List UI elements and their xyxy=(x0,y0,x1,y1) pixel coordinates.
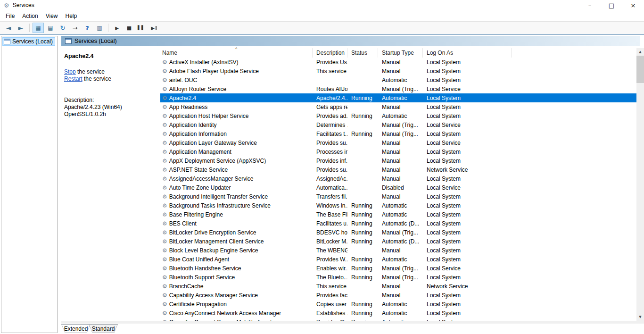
service-row[interactable]: ⚙Background Intelligent Transfer Service… xyxy=(160,192,636,201)
service-description-cell: This service ... xyxy=(313,282,347,291)
stop-service-link[interactable]: Stop xyxy=(64,68,76,75)
service-name-cell: ⚙Application Host Helper Service xyxy=(160,111,313,120)
service-description-cell: Provides W... xyxy=(313,255,347,264)
forward-icon[interactable]: ► xyxy=(15,23,26,33)
service-description-cell: Determines ... xyxy=(313,120,347,129)
column-header-description[interactable]: Description xyxy=(313,48,347,58)
service-gear-icon: ⚙ xyxy=(162,185,167,191)
menu-action[interactable]: Action xyxy=(18,11,41,21)
stop-service-icon[interactable]: ■ xyxy=(124,23,135,33)
stop-service-suffix: the service xyxy=(76,68,105,75)
service-row[interactable]: ⚙Block Level Backup Engine ServiceThe WB… xyxy=(160,246,636,255)
service-name: Background Intelligent Transfer Service xyxy=(169,193,268,200)
service-row[interactable]: ⚙Certificate PropagationCopies user ...R… xyxy=(160,300,636,309)
sort-ascending-indicator-icon: ^ xyxy=(235,47,237,51)
service-logon-cell: Local System xyxy=(423,273,512,282)
service-description-cell: BitLocker M... xyxy=(313,237,347,246)
service-row[interactable]: ⚙App ReadinessGets apps re...ManualLocal… xyxy=(160,102,636,111)
service-row[interactable]: ⚙ASP.NET State ServiceProvides su...Manu… xyxy=(160,165,636,174)
service-logon-cell: Local System xyxy=(423,102,512,111)
service-row[interactable]: ⚙Blue Coat Unified AgentProvides W...Run… xyxy=(160,255,636,264)
service-row[interactable]: ⚙Bluetooth Handsfree ServiceEnables wir.… xyxy=(160,264,636,273)
service-status-cell: Running xyxy=(347,264,378,273)
start-service-icon[interactable]: ▶ xyxy=(111,23,123,33)
column-header-status[interactable]: Status xyxy=(347,48,378,58)
scroll-up-arrow-icon[interactable]: ▲ xyxy=(636,48,644,56)
maximize-button[interactable]: □ xyxy=(601,0,622,10)
service-name-cell: ⚙airtel. OUC xyxy=(160,75,313,84)
service-gear-icon: ⚙ xyxy=(162,266,167,271)
service-row[interactable]: ⚙Adobe Flash Player Update ServiceThis s… xyxy=(160,67,636,75)
service-row[interactable]: ⚙Cisco AnyConnect Secure Mobility AgentP… xyxy=(160,317,636,321)
service-row[interactable]: ⚙Apache2.4Apache/2.4...RunningAutomaticL… xyxy=(160,93,636,102)
service-name-cell: ⚙AssignedAccessManager Service xyxy=(160,174,313,183)
service-row[interactable]: ⚙AssignedAccessManager ServiceAssignedAc… xyxy=(160,174,636,183)
service-name: Certificate Propagation xyxy=(169,301,227,308)
service-row[interactable]: ⚙Auto Time Zone UpdaterAutomatica...Disa… xyxy=(160,183,636,192)
refresh-icon[interactable]: ↻ xyxy=(57,23,68,33)
service-row[interactable]: ⚙Cisco AnyConnect Network Access Manager… xyxy=(160,309,636,317)
export-list-icon[interactable]: → xyxy=(69,23,81,33)
service-startup-type-cell: Manual (Trig... xyxy=(378,129,423,138)
service-row[interactable]: ⚙Capability Access Manager ServiceProvid… xyxy=(160,291,636,300)
service-name: Bluetooth Handsfree Service xyxy=(169,265,241,272)
service-row[interactable]: ⚙AllJoyn Router ServiceRoutes AllJo...Ma… xyxy=(160,84,636,93)
restart-service-icon[interactable]: ▶ xyxy=(148,23,159,33)
show-action-pane-icon[interactable]: ▥ xyxy=(94,23,105,33)
tab-extended[interactable]: Extended xyxy=(61,324,91,333)
service-row[interactable]: ⚙BitLocker Drive Encryption ServiceBDESV… xyxy=(160,228,636,237)
service-row[interactable]: ⚙airtel. OUCAutomaticLocal System xyxy=(160,75,636,84)
service-gear-icon: ⚙ xyxy=(162,158,167,164)
service-startup-type-cell: Manual (Trig... xyxy=(378,273,423,282)
menu-help[interactable]: Help xyxy=(62,11,81,21)
service-logon-cell: Local Service xyxy=(423,183,512,192)
service-row[interactable]: ⚙Application Host Helper ServiceProvides… xyxy=(160,111,636,120)
pause-service-icon[interactable]: ▌▌ xyxy=(136,23,147,33)
vertical-scrollbar[interactable]: ▲ ▼ xyxy=(636,48,644,321)
minimize-button[interactable]: – xyxy=(579,0,601,10)
service-row[interactable]: ⚙Base Filtering EngineThe Base Fil...Run… xyxy=(160,210,636,219)
title-bar: ⚙ Services – □ × xyxy=(0,0,644,10)
scrollbar-thumb[interactable] xyxy=(636,56,644,83)
service-gear-icon: ⚙ xyxy=(162,131,167,137)
column-header-name[interactable]: Name^ xyxy=(160,48,313,58)
service-row[interactable]: ⚙BitLocker Management Client ServiceBitL… xyxy=(160,237,636,246)
service-row[interactable]: ⚙BES ClientFacilitates u...RunningAutoma… xyxy=(160,219,636,228)
restart-service-link[interactable]: Restart xyxy=(64,75,83,82)
service-row[interactable]: ⚙Application Layer Gateway ServiceProvid… xyxy=(160,138,636,147)
service-row[interactable]: ⚙Application InformationFacilitates t...… xyxy=(160,129,636,138)
tab-standard[interactable]: Standard xyxy=(89,324,118,333)
service-name-cell: ⚙BES Client xyxy=(160,219,313,228)
column-header-log-on-as[interactable]: Log On As xyxy=(423,48,512,58)
help-icon[interactable]: ? xyxy=(82,23,93,33)
extended-detail-pane: Apache2.4 Stop the service Restart the s… xyxy=(61,48,160,321)
column-header-startup-type[interactable]: Startup Type xyxy=(378,48,423,58)
console-tree-panel: Services (Local) xyxy=(1,36,58,333)
description-label: Description: xyxy=(64,97,157,104)
service-row[interactable]: ⚙BranchCacheThis service ...ManualNetwor… xyxy=(160,282,636,291)
scroll-down-arrow-icon[interactable]: ▼ xyxy=(636,313,644,321)
menu-view[interactable]: View xyxy=(42,11,62,21)
back-icon[interactable]: ◄ xyxy=(3,23,14,33)
service-name-cell: ⚙Application Layer Gateway Service xyxy=(160,138,313,147)
properties-icon[interactable]: ▤ xyxy=(45,23,56,33)
tree-item-services-local[interactable]: Services (Local) xyxy=(2,37,55,46)
service-status-cell: Running xyxy=(347,273,378,282)
service-startup-type-cell: Manual (Trig... xyxy=(378,84,423,93)
service-row[interactable]: ⚙Application ManagementProcesses in...Ma… xyxy=(160,147,636,156)
console-window-icon xyxy=(65,38,72,44)
service-gear-icon: ⚙ xyxy=(162,77,167,83)
service-gear-icon: ⚙ xyxy=(162,149,167,155)
service-name-cell: ⚙Application Identity xyxy=(160,120,313,129)
service-row[interactable]: ⚙Background Tasks Infrastructure Service… xyxy=(160,201,636,210)
service-row[interactable]: ⚙AppX Deployment Service (AppXSVC)Provid… xyxy=(160,156,636,165)
service-row[interactable]: ⚙ActiveX Installer (AxInstSV)Provides Us… xyxy=(160,58,636,67)
service-gear-icon: ⚙ xyxy=(162,292,167,298)
service-row[interactable]: ⚙Bluetooth Support ServiceThe Blueto...R… xyxy=(160,273,636,282)
service-gear-icon: ⚙ xyxy=(162,284,167,289)
service-row[interactable]: ⚙Application IdentityDetermines ...Manua… xyxy=(160,120,636,129)
menu-file[interactable]: File xyxy=(2,11,18,21)
service-description-cell: Facilitates t... xyxy=(313,129,347,138)
show-console-tree-icon[interactable]: ▦ xyxy=(33,23,44,33)
close-button[interactable]: × xyxy=(622,0,644,10)
